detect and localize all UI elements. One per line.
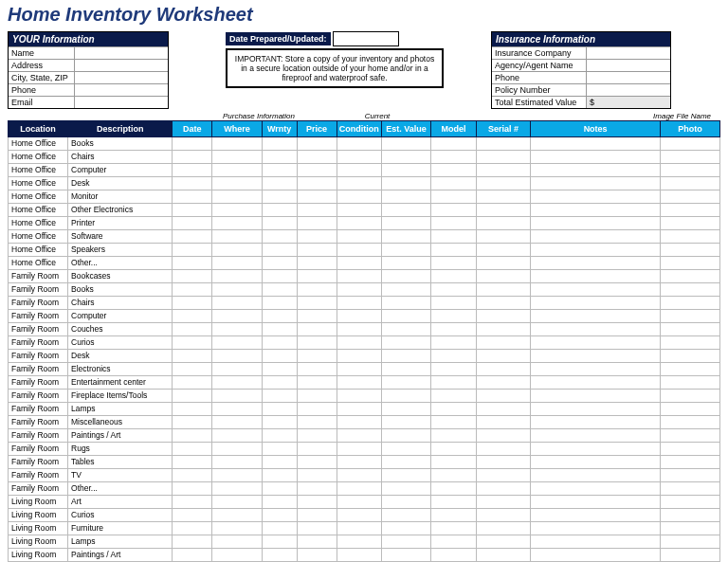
table-cell[interactable]	[173, 350, 212, 363]
table-cell[interactable]	[212, 496, 263, 509]
table-cell[interactable]: Books	[68, 137, 173, 151]
table-cell[interactable]	[381, 257, 431, 270]
table-cell[interactable]: Home Office	[9, 257, 68, 270]
table-cell[interactable]	[531, 509, 661, 522]
table-cell[interactable]	[262, 230, 297, 244]
table-cell[interactable]	[476, 204, 531, 217]
table-cell[interactable]: Home Office	[9, 177, 68, 190]
table-cell[interactable]: Books	[68, 283, 173, 297]
table-cell[interactable]	[337, 522, 381, 535]
table-cell[interactable]	[337, 469, 381, 482]
table-cell[interactable]	[262, 443, 297, 456]
table-cell[interactable]	[531, 257, 661, 270]
table-cell[interactable]	[660, 217, 719, 230]
table-cell[interactable]	[337, 350, 381, 363]
table-cell[interactable]	[212, 323, 263, 336]
table-cell[interactable]: Living Room	[9, 549, 68, 562]
table-cell[interactable]: Family Room	[9, 469, 68, 482]
table-cell[interactable]	[381, 336, 431, 350]
table-cell[interactable]: Miscellaneous	[68, 416, 173, 429]
table-cell[interactable]	[476, 390, 531, 403]
table-cell[interactable]	[212, 151, 263, 164]
table-cell[interactable]	[262, 190, 297, 204]
table-cell[interactable]: Paintings / Art	[68, 429, 173, 443]
table-cell[interactable]	[531, 190, 661, 204]
table-cell[interactable]	[173, 336, 212, 350]
table-cell[interactable]	[660, 456, 719, 469]
info-value[interactable]: $	[587, 97, 670, 108]
info-value[interactable]	[75, 47, 168, 59]
table-cell[interactable]	[337, 403, 381, 416]
table-cell[interactable]	[381, 496, 431, 509]
table-cell[interactable]	[337, 482, 381, 496]
table-cell[interactable]: Other...	[68, 257, 173, 270]
table-cell[interactable]	[297, 244, 337, 257]
table-cell[interactable]	[297, 390, 337, 403]
table-cell[interactable]	[381, 217, 431, 230]
table-cell[interactable]: Living Room	[9, 496, 68, 509]
table-cell[interactable]	[262, 416, 297, 429]
table-cell[interactable]	[431, 230, 476, 244]
table-cell[interactable]: Computer	[68, 164, 173, 177]
table-cell[interactable]	[660, 164, 719, 177]
table-cell[interactable]	[297, 509, 337, 522]
table-cell[interactable]	[381, 403, 431, 416]
table-cell[interactable]	[381, 509, 431, 522]
table-cell[interactable]	[212, 217, 263, 230]
table-cell[interactable]	[173, 549, 212, 562]
table-cell[interactable]	[173, 270, 212, 283]
table-cell[interactable]	[212, 549, 263, 562]
table-cell[interactable]	[431, 496, 476, 509]
table-cell[interactable]	[381, 363, 431, 376]
table-cell[interactable]	[262, 336, 297, 350]
table-cell[interactable]	[531, 522, 661, 535]
table-cell[interactable]	[381, 549, 431, 562]
table-cell[interactable]	[476, 416, 531, 429]
table-cell[interactable]	[173, 403, 212, 416]
info-value[interactable]	[587, 60, 670, 71]
table-cell[interactable]	[476, 522, 531, 535]
table-cell[interactable]	[476, 403, 531, 416]
table-cell[interactable]	[660, 443, 719, 456]
table-cell[interactable]	[431, 416, 476, 429]
table-cell[interactable]: Family Room	[9, 323, 68, 336]
table-cell[interactable]	[297, 469, 337, 482]
table-cell[interactable]	[337, 244, 381, 257]
table-cell[interactable]	[660, 509, 719, 522]
table-cell[interactable]	[431, 390, 476, 403]
table-cell[interactable]	[262, 270, 297, 283]
table-cell[interactable]	[262, 204, 297, 217]
table-cell[interactable]	[297, 535, 337, 549]
table-cell[interactable]	[173, 535, 212, 549]
table-cell[interactable]	[173, 416, 212, 429]
table-cell[interactable]	[337, 310, 381, 323]
table-cell[interactable]	[212, 390, 263, 403]
table-cell[interactable]	[297, 310, 337, 323]
table-cell[interactable]	[660, 482, 719, 496]
table-cell[interactable]	[173, 257, 212, 270]
table-cell[interactable]: Home Office	[9, 151, 68, 164]
table-cell[interactable]	[476, 190, 531, 204]
table-cell[interactable]	[381, 270, 431, 283]
table-cell[interactable]: Lamps	[68, 403, 173, 416]
table-cell[interactable]	[297, 350, 337, 363]
table-cell[interactable]: Computer	[68, 310, 173, 323]
table-cell[interactable]	[431, 164, 476, 177]
table-cell[interactable]	[531, 443, 661, 456]
table-cell[interactable]	[476, 469, 531, 482]
table-cell[interactable]	[476, 350, 531, 363]
table-cell[interactable]	[660, 363, 719, 376]
table-cell[interactable]	[173, 164, 212, 177]
table-cell[interactable]	[173, 217, 212, 230]
table-cell[interactable]	[381, 137, 431, 151]
table-cell[interactable]	[212, 336, 263, 350]
table-cell[interactable]	[531, 535, 661, 549]
table-cell[interactable]	[476, 482, 531, 496]
table-cell[interactable]	[531, 323, 661, 336]
table-cell[interactable]: Entertainment center	[68, 376, 173, 390]
table-cell[interactable]	[476, 270, 531, 283]
table-cell[interactable]	[531, 204, 661, 217]
table-cell[interactable]	[173, 522, 212, 535]
table-cell[interactable]	[381, 323, 431, 336]
table-cell[interactable]	[476, 151, 531, 164]
